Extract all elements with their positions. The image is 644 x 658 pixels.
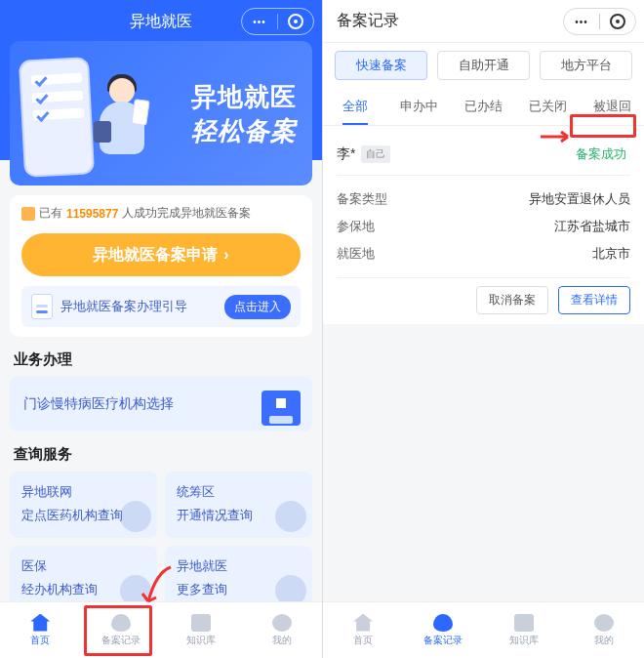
document-icon: [31, 294, 53, 319]
decor-icon: [120, 501, 151, 532]
status-tab-closed[interactable]: 已关闭: [515, 88, 580, 125]
section-title-biz: 业务办理: [0, 337, 322, 377]
tab-mine[interactable]: 我的: [564, 602, 644, 658]
tabbar: 首页 备案记录 知识库 我的: [0, 601, 322, 658]
chip-self-open[interactable]: 自助开通: [437, 51, 530, 80]
screen-records: 备案记录 快速备案 自助开通 地方平台 全部 申办中 已办结 已关闭 被退回: [322, 0, 644, 658]
hero-banner: 异地就医 轻松备案: [10, 41, 312, 185]
status-tab-processing[interactable]: 申办中: [387, 88, 452, 125]
target-icon: [288, 14, 303, 29]
self-tag: 自己: [361, 145, 390, 163]
sound-icon: [21, 207, 35, 221]
status-tabs: 全部 申办中 已办结 已关闭 被退回: [323, 88, 644, 126]
hospital-icon: [262, 391, 301, 426]
hero-line2: 轻松备案: [191, 114, 297, 148]
miniapp-capsule: [241, 8, 314, 35]
stats-row: 已有 11595877 人成功完成异地就医备案: [21, 205, 301, 222]
person-illustration: [86, 76, 144, 174]
chevron-right-icon: ›: [223, 246, 228, 264]
tab-home[interactable]: 首页: [0, 602, 81, 658]
chip-quick[interactable]: 快速备案: [335, 51, 427, 80]
home-icon: [353, 614, 373, 632]
view-detail-button[interactable]: 查看详情: [558, 286, 630, 314]
tab-records[interactable]: 备案记录: [81, 602, 162, 658]
tab-knowledge[interactable]: 知识库: [161, 602, 242, 658]
more-icon[interactable]: [564, 9, 599, 34]
header: 备案记录: [323, 0, 644, 43]
shield-icon: [433, 614, 453, 632]
status-tab-all[interactable]: 全部: [323, 88, 387, 125]
status-tab-returned[interactable]: 被退回: [580, 88, 644, 125]
target-icon: [610, 14, 625, 29]
screen-home: 异地就医 异地就医 轻松备案: [0, 0, 322, 658]
record-status: 备案成功: [572, 144, 630, 165]
header-title: 异地就医: [130, 12, 192, 32]
header: 异地就医: [0, 0, 322, 43]
query-grid: 异地联网 定点医药机构查询 统筹区 开通情况查询 医保 经办机构查询 异地就医 …: [10, 472, 312, 612]
tab-knowledge[interactable]: 知识库: [484, 602, 564, 658]
query-card-network[interactable]: 异地联网 定点医药机构查询: [10, 472, 157, 538]
kv-row: 就医地北京市: [337, 240, 630, 267]
record-name: 李* 自己: [337, 145, 390, 163]
close-icon[interactable]: [278, 9, 313, 34]
filter-chips: 快速备案 自助开通 地方平台: [323, 43, 644, 88]
record-card: 李* 自己 备案成功 备案类型异地安置退休人员 参保地江苏省盐城市 就医地北京市…: [323, 126, 644, 324]
close-icon[interactable]: [600, 9, 635, 34]
guide-enter-button[interactable]: 点击进入: [224, 295, 291, 319]
user-icon: [594, 614, 614, 632]
home-icon: [30, 614, 50, 632]
stats-card: 已有 11595877 人成功完成异地就医备案 异地就医备案申请 › 异地就医备…: [10, 195, 312, 337]
query-card-region[interactable]: 统筹区 开通情况查询: [165, 472, 312, 538]
apply-button[interactable]: 异地就医备案申请 ›: [21, 233, 301, 276]
hero-line1: 异地就医: [191, 80, 297, 114]
tab-records[interactable]: 备案记录: [403, 602, 483, 658]
guide-row[interactable]: 异地就医备案办理引导 点击进入: [21, 286, 301, 327]
biz-card-chronic[interactable]: 门诊慢特病医疗机构选择: [10, 377, 312, 432]
stats-count: 11595877: [66, 207, 118, 221]
phone-illustration: [19, 57, 95, 178]
header-title: 备案记录: [337, 11, 399, 31]
book-icon: [514, 614, 534, 632]
chip-local[interactable]: 地方平台: [540, 51, 632, 80]
more-icon[interactable]: [242, 9, 277, 34]
miniapp-capsule: [563, 8, 636, 35]
user-icon: [272, 614, 292, 632]
guide-text: 异地就医备案办理引导: [60, 298, 217, 315]
book-icon: [191, 614, 211, 632]
tab-home[interactable]: 首页: [323, 602, 403, 658]
kv-row: 备案类型异地安置退休人员: [337, 185, 630, 213]
status-tab-done[interactable]: 已办结: [452, 88, 516, 125]
tab-mine[interactable]: 我的: [242, 602, 323, 658]
section-title-query: 查询服务: [0, 432, 322, 472]
cancel-record-button[interactable]: 取消备案: [476, 286, 548, 314]
kv-row: 参保地江苏省盐城市: [337, 213, 630, 240]
tabbar: 首页 备案记录 知识库 我的: [323, 601, 644, 658]
shield-icon: [111, 614, 131, 632]
